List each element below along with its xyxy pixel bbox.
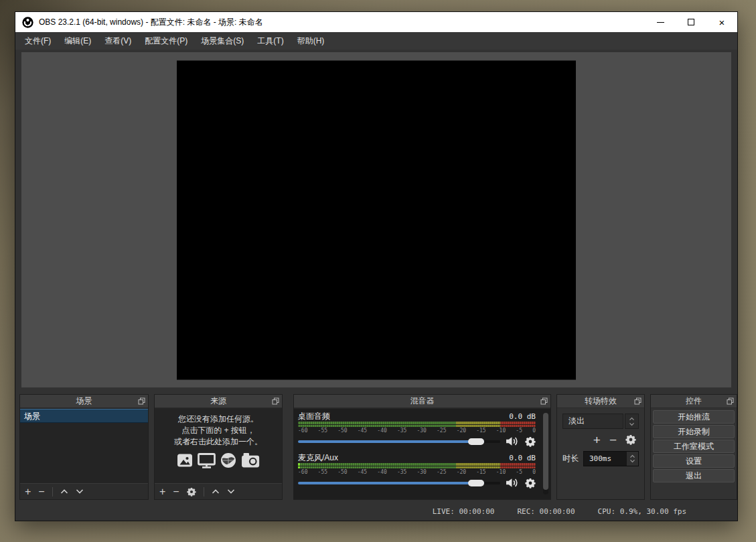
dock-float-icon[interactable] (540, 397, 548, 405)
volume-meter (298, 463, 536, 466)
meter-tick-label: -40 (377, 469, 386, 475)
meter-tick-label: -35 (397, 469, 406, 475)
meter-signal-tip (298, 463, 300, 466)
add-scene-icon[interactable]: + (25, 486, 31, 497)
desktop-background: OBS 23.2.1 (64-bit, windows) - 配置文件: 未命名… (0, 0, 756, 542)
mixer-panel-title: 混音器 (410, 395, 435, 407)
source-type-icons (155, 452, 282, 468)
meter-signal-tip (298, 466, 300, 468)
dock-float-icon[interactable] (727, 397, 734, 405)
meter-tick-label: -35 (397, 428, 406, 434)
remove-transition-icon[interactable]: − (609, 434, 617, 446)
close-button[interactable]: × (706, 12, 737, 32)
move-scene-up-icon[interactable] (60, 488, 68, 494)
meter-tick-label: -15 (476, 428, 485, 434)
controls-panel-title: 控件 (686, 395, 702, 407)
transitions-panel-title: 转场特效 (585, 395, 617, 407)
meter-tick-label: -25 (437, 428, 446, 434)
transition-select[interactable]: 淡出 (562, 414, 623, 429)
transition-select-arrows[interactable] (625, 414, 639, 429)
volume-slider[interactable] (298, 482, 500, 484)
volume-slider[interactable] (298, 440, 500, 443)
meter-tick-label: -25 (437, 469, 446, 475)
move-source-up-icon[interactable] (212, 488, 220, 494)
volume-slider-handle[interactable] (468, 438, 484, 445)
mixer-body: 桌面音频 0.0 dB -60 -55 -50 -45 -40 -35 -30 … (294, 409, 550, 499)
menu-profile[interactable]: 配置文件(P) (138, 32, 194, 50)
remove-scene-icon[interactable]: − (38, 486, 44, 497)
controls-panel: 控件 开始推流 开始录制 工作室模式 设置 退出 (650, 394, 737, 500)
meter-tick-label: 0 (532, 469, 536, 475)
remove-source-icon[interactable]: − (173, 486, 179, 497)
volume-slider-handle[interactable] (468, 480, 484, 486)
menu-scene-collection[interactable]: 场景集合(S) (194, 32, 250, 50)
sources-panel-header: 来源 (155, 395, 282, 408)
exit-button[interactable]: 退出 (653, 469, 735, 482)
menu-bar: 文件(F) 编辑(E) 查看(V) 配置文件(P) 场景集合(S) 工具(T) … (15, 32, 737, 50)
channel-level-db: 0.0 dB (509, 412, 536, 421)
controls-body: 开始推流 开始录制 工作室模式 设置 退出 (651, 408, 737, 484)
dock-float-icon[interactable] (138, 397, 145, 405)
add-source-icon[interactable]: + (159, 486, 165, 497)
mixer-scrollbar-thumb[interactable] (543, 413, 548, 490)
speaker-mute-icon[interactable] (506, 478, 519, 488)
window-controls: × (645, 12, 737, 32)
meter-tick-label: -50 (337, 469, 347, 475)
meter-tick-label: -50 (337, 428, 347, 434)
scene-list-item[interactable]: 场景 (20, 409, 148, 423)
menu-edit[interactable]: 编辑(E) (58, 32, 98, 50)
chevron-up-icon (629, 454, 635, 458)
menu-file[interactable]: 文件(F) (18, 32, 58, 50)
controls-panel-header: 控件 (651, 395, 737, 408)
start-streaming-button[interactable]: 开始推流 (653, 410, 735, 424)
move-scene-down-icon[interactable] (76, 488, 84, 494)
speaker-mute-icon[interactable] (506, 436, 519, 446)
menu-help[interactable]: 帮助(H) (291, 32, 331, 50)
minimize-icon (657, 22, 664, 23)
dock-float-icon[interactable] (272, 397, 279, 405)
obs-window: OBS 23.2.1 (64-bit, windows) - 配置文件: 未命名… (15, 11, 738, 521)
menu-view[interactable]: 查看(V) (98, 32, 138, 50)
program-canvas (177, 60, 576, 379)
start-recording-button[interactable]: 开始录制 (653, 425, 735, 438)
add-transition-icon[interactable]: + (593, 434, 601, 446)
source-properties-gear-icon[interactable] (187, 487, 196, 496)
minimize-button[interactable] (645, 12, 676, 32)
menu-tools[interactable]: 工具(T) (250, 32, 290, 50)
dock-float-icon[interactable] (634, 397, 641, 405)
mixer-panel: 混音器 桌面音频 0.0 dB -60 -55 (293, 394, 551, 500)
channel-settings-gear-icon[interactable] (525, 436, 536, 447)
chevron-down-icon (629, 422, 635, 426)
chevron-down-icon (629, 459, 635, 463)
duration-spin-buttons[interactable] (627, 452, 638, 466)
studio-mode-button[interactable]: 工作室模式 (653, 440, 735, 453)
channel-settings-gear-icon[interactable] (525, 478, 536, 488)
meter-tick-label: -60 (298, 469, 307, 475)
maximize-button[interactable] (676, 12, 706, 32)
scenes-panel: 场景 场景 + − (19, 394, 149, 500)
toolbar-separator (204, 487, 204, 496)
scene-list: 场景 (20, 409, 148, 483)
mixer-scrollbar[interactable] (543, 413, 548, 494)
sources-empty-area[interactable]: 您还没有添加任何源。 点击下面的 + 按钮， 或者右击此处添加一个。 (155, 409, 282, 483)
meter-tick-label: -10 (496, 469, 506, 475)
sources-panel: 来源 您还没有添加任何源。 点击下面的 + 按钮， 或者右击此处添加一个。 (154, 394, 283, 500)
display-source-icon (198, 452, 216, 468)
duration-spinbox[interactable]: 300ms (583, 451, 639, 466)
transitions-panel-header: 转场特效 (557, 395, 644, 408)
toolbar-separator (52, 487, 53, 496)
meter-tick-label: -5 (516, 428, 522, 434)
close-icon: × (719, 17, 725, 27)
channel-level-db: 0.0 dB (509, 454, 536, 462)
window-title: OBS 23.2.1 (64-bit, windows) - 配置文件: 未命名… (39, 17, 263, 28)
meter-tick-label: -30 (417, 469, 426, 475)
move-source-down-icon[interactable] (227, 488, 235, 494)
meter-tick-label: -45 (358, 428, 367, 434)
transition-properties-gear-icon[interactable] (625, 434, 636, 445)
meter-tick-label: -55 (318, 469, 327, 475)
chevron-up-icon (629, 417, 635, 421)
image-source-icon (177, 452, 193, 468)
meter-tick-label: -5 (516, 469, 522, 475)
settings-button[interactable]: 设置 (653, 454, 735, 468)
mixer-channel-desktop-audio: 桌面音频 0.0 dB -60 -55 -50 -45 -40 -35 -30 … (298, 411, 536, 449)
